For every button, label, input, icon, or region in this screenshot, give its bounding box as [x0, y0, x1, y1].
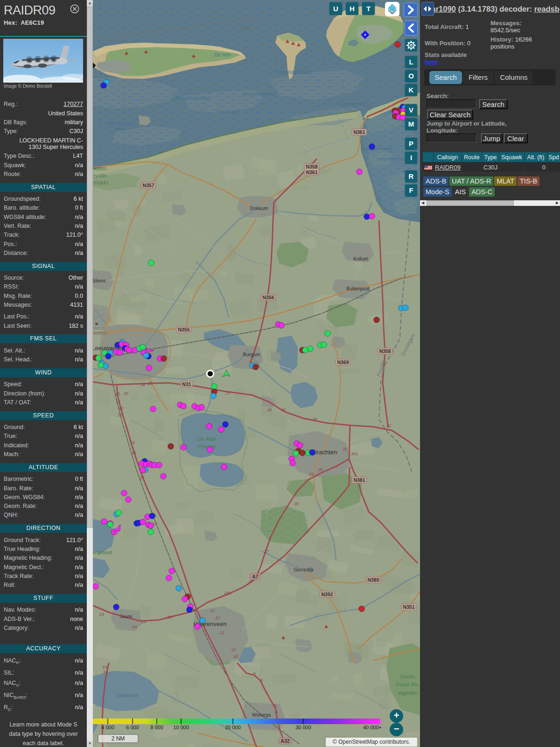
info-label: DB flags:: [4, 119, 28, 126]
map-button-r[interactable]: R: [405, 170, 417, 183]
column-header-type[interactable]: Type: [482, 152, 499, 162]
scroll-up-icon[interactable]: ▲: [87, 0, 93, 7]
jump-clear-button[interactable]: Clear: [504, 134, 527, 143]
road-shield: N358N361: [304, 163, 319, 176]
layers-button[interactable]: [385, 2, 399, 16]
tab-search[interactable]: Search: [429, 71, 462, 84]
search-input[interactable]: [427, 99, 476, 108]
callsign-cell[interactable]: RAIDR09: [434, 162, 462, 172]
stats-here-link[interactable]: here: [425, 58, 437, 65]
legend-mode-s[interactable]: Mode-S: [423, 187, 452, 197]
zoom-out-button[interactable]: −: [390, 723, 403, 736]
aircraft-table-row[interactable]: RAIDR09 C30J 0: [423, 162, 560, 172]
scroll-left-icon[interactable]: ◀: [420, 200, 426, 206]
info-value: 0 ft: [75, 476, 83, 483]
info-row: Type Desc.:L4T: [0, 152, 87, 161]
map-button-u[interactable]: U: [329, 2, 342, 15]
map-canvas[interactable]: ✈ De HönFryslânEngelsmanplaatAmelanderwa…: [93, 0, 420, 747]
panel-horizontal-scrollbar[interactable]: ◀ ▶: [420, 200, 560, 206]
exit-number: 30a: [350, 451, 357, 456]
expand-sidebar-button[interactable]: [404, 3, 418, 17]
info-value: n/a: [75, 162, 83, 169]
scroll-right-icon[interactable]: ▶: [554, 200, 560, 206]
exit-number: 10: [233, 654, 238, 659]
jump-input[interactable]: [427, 134, 476, 142]
info-value-wide: United States: [0, 109, 87, 118]
layers-icon: [388, 4, 397, 15]
sidebar-scrollbar[interactable]: ▲ ▼: [87, 0, 93, 747]
info-value: n/a: [75, 573, 83, 580]
column-header-spd[interactable]: Spd: [547, 152, 560, 162]
svg-text:A7: A7: [252, 574, 259, 579]
position-history-dot: [403, 305, 409, 311]
column-header-callsign[interactable]: Callsign: [434, 152, 462, 162]
map-button-i[interactable]: I: [405, 152, 417, 164]
column-header-flag[interactable]: [423, 152, 434, 162]
sidebar-scrollbar-track[interactable]: [87, 528, 93, 740]
jump-button[interactable]: Jump: [481, 134, 502, 143]
map-button-v[interactable]: V: [405, 104, 417, 116]
exit-number: 16: [119, 406, 123, 411]
legend-ads-c[interactable]: ADS-C: [469, 187, 495, 197]
legend-ads-b[interactable]: ADS-B: [423, 176, 448, 186]
map-button-f[interactable]: F: [405, 184, 417, 197]
position-history-dot: [187, 607, 193, 613]
position-history-dot: [148, 529, 154, 535]
sidebar-scrollbar-thumb[interactable]: [87, 7, 93, 528]
scroll-down-icon[interactable]: ▼: [87, 740, 93, 747]
map-label: Kollum: [353, 256, 368, 261]
clear-search-button[interactable]: Clear Search: [427, 110, 473, 119]
aircraft-data-sections: SPATIALGroundspeed:6 ktBaro. altitude:0 …: [0, 183, 87, 715]
info-value: 6 kt: [74, 424, 83, 431]
info-row: NICBARO:n/a: [0, 690, 87, 702]
altitude-tick-label: 4 000: [101, 725, 114, 730]
altitude-tick-label: 30 000: [295, 725, 311, 730]
legend-tis-b[interactable]: TIS-B: [518, 176, 539, 186]
info-label: Magnetic Heading:: [4, 555, 52, 562]
search-button[interactable]: Search: [479, 99, 507, 109]
close-icon[interactable]: [70, 4, 79, 14]
map-label: Burgum: [243, 352, 260, 357]
map-label: Wolvega: [252, 712, 271, 718]
column-header-route[interactable]: Route: [462, 152, 482, 162]
map-button-o[interactable]: O: [405, 70, 417, 82]
column-header-altft[interactable]: Alt. (ft): [525, 152, 547, 162]
map-button-t[interactable]: T: [362, 2, 375, 15]
column-header-squawk[interactable]: Squawk: [499, 152, 525, 162]
info-row: Magnetic Heading:n/a: [0, 554, 87, 563]
info-value-link[interactable]: 170277: [63, 101, 83, 108]
settings-button[interactable]: [405, 39, 417, 51]
legend-uat-ads-r[interactable]: UAT / ADS-R: [449, 176, 493, 186]
zoom-in-button[interactable]: +: [390, 709, 403, 723]
info-label: Route:: [4, 171, 21, 178]
exit-number: 15: [132, 451, 137, 455]
map-attribution[interactable]: © OpenStreetMap contributors.: [326, 738, 417, 747]
map-button-k[interactable]: K: [405, 84, 417, 96]
section-header: SPEED: [0, 411, 87, 420]
map-label: Drents-: [400, 674, 417, 679]
svg-text:N361: N361: [353, 129, 365, 135]
collapse-sidebar-button[interactable]: [405, 21, 418, 35]
tab-columns[interactable]: Columns: [495, 71, 533, 84]
legend-mlat[interactable]: MLAT: [494, 176, 517, 186]
map-button-h[interactable]: H: [346, 2, 358, 15]
exit-number: 8: [275, 710, 277, 715]
info-row: ADS-B Ver.:none: [0, 614, 87, 623]
exit-number: 30: [343, 447, 347, 451]
position-history-dot: [96, 355, 102, 361]
map-button-m[interactable]: M: [405, 118, 417, 130]
tab-filters[interactable]: Filters: [463, 71, 493, 84]
position-history-dot: [221, 464, 227, 470]
position-history-dot: [325, 331, 331, 337]
legend-ais[interactable]: AIS: [453, 187, 468, 197]
map-button-p[interactable]: P: [405, 138, 417, 150]
map-button-l[interactable]: L: [405, 56, 417, 68]
readsb-link[interactable]: readsb: [534, 5, 560, 13]
position-history-dot: [369, 213, 375, 219]
panel-scrollbar-thumb[interactable]: [427, 200, 514, 206]
road-shield: N355: [176, 326, 191, 333]
panel-toggle-button[interactable]: [421, 2, 434, 16]
exit-number: 11: [220, 630, 224, 635]
info-value: n/a: [75, 241, 83, 248]
info-value: n/a: [75, 692, 83, 701]
